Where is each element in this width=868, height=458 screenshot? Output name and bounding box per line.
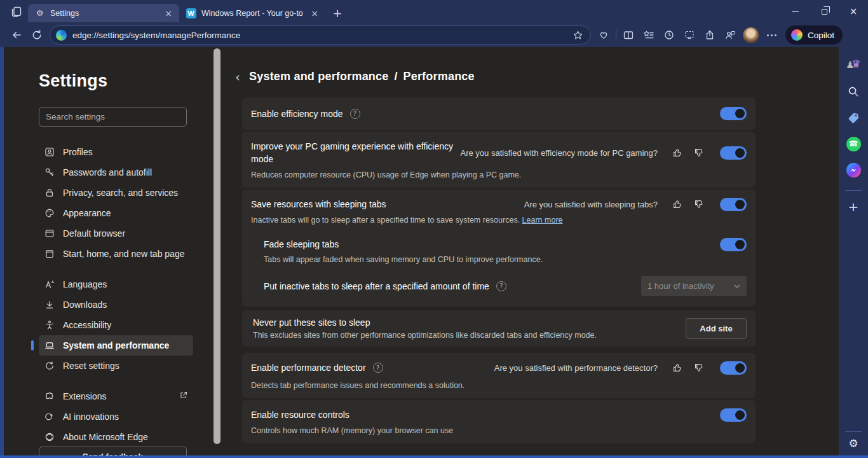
settings-gear-favicon: ⚙ [34, 8, 45, 18]
setting-subtitle: Reduces computer resource (CPU) usage of… [251, 170, 747, 179]
sidebar-item-languages[interactable]: Languages [39, 274, 193, 295]
settings-nav: Profiles Passwords and autofill Privacy,… [39, 142, 193, 447]
setting-title: Enable performance detector [251, 363, 366, 373]
messenger-button[interactable] [844, 160, 863, 179]
sidebar-item-about-edge[interactable]: About Microsoft Edge [39, 427, 193, 447]
setting-title: Save resources with sleeping tabs [251, 199, 386, 209]
fade-sleeping-tabs-toggle[interactable] [720, 238, 747, 251]
setting-subtitle: Controls how much RAM (memory) your brow… [251, 426, 747, 435]
minimize-icon [792, 11, 799, 12]
search-settings-input[interactable] [39, 107, 187, 127]
gaming-efficiency-toggle[interactable] [720, 146, 747, 160]
games-chess-button[interactable]: ♟ ♛ [844, 56, 863, 75]
favorite-this-page-button[interactable] [569, 25, 587, 45]
edge-site-icon [56, 30, 67, 41]
restore-button[interactable] [810, 0, 839, 23]
setting-title: Enable efficiency mode [251, 109, 343, 119]
windows-report-favicon: W [186, 8, 196, 18]
customize-sidebar-button[interactable]: + [844, 197, 863, 216]
tab-close-icon[interactable]: × [309, 8, 320, 19]
sleeping-tabs-toggle[interactable] [720, 198, 747, 211]
refresh-button[interactable] [27, 25, 47, 45]
address-bar[interactable]: edge://settings/system/managePerformance [50, 25, 591, 45]
efficiency-mode-toggle[interactable] [720, 107, 747, 120]
sidebar-item-privacy[interactable]: Privacy, search, and services [39, 183, 193, 203]
setting-title: Put inactive tabs to sleep after a speci… [264, 281, 489, 291]
tab-settings[interactable]: ⚙ Settings × [28, 4, 179, 22]
sidebar-item-default-browser[interactable]: Default browser [39, 223, 193, 244]
breadcrumb-current: Performance [403, 70, 475, 83]
palette-icon [44, 208, 55, 219]
history-button[interactable] [659, 25, 679, 45]
split-screen-icon [623, 29, 634, 41]
shopping-button[interactable] [844, 108, 863, 127]
sidebar-item-passwords[interactable]: Passwords and autofill [39, 162, 193, 183]
split-screen-button[interactable] [618, 25, 639, 45]
favorites-button[interactable] [639, 25, 659, 45]
thumbs-up-icon[interactable] [672, 199, 682, 209]
sidebar-item-start-home[interactable]: Start, home, and new tab page [39, 244, 193, 264]
setting-title: Enable resource controls [251, 410, 349, 420]
search-icon [847, 85, 860, 98]
sidebar-divider [845, 431, 862, 432]
sidebar-item-accessibility[interactable]: Accessibility [39, 315, 193, 335]
minimize-button[interactable] [780, 0, 810, 23]
url-text[interactable]: edge://settings/system/managePerformance [72, 31, 569, 40]
thumbs-down-icon[interactable] [694, 363, 704, 373]
refresh-icon [31, 29, 43, 41]
browser-chrome: ⚙ Settings × W Windows Report - Your go-… [0, 0, 868, 47]
sidebar-settings-button[interactable]: ⚙ [848, 438, 858, 449]
feedback-button[interactable] [720, 25, 740, 45]
window-controls: × [780, 0, 868, 23]
settings-scrollbar[interactable] [214, 48, 220, 444]
resource-controls-toggle[interactable] [720, 408, 747, 422]
sidebar-item-profiles[interactable]: Profiles [39, 142, 193, 162]
card-resource-controls: Enable resource controls Controls how mu… [242, 400, 756, 443]
help-icon[interactable]: ? [350, 109, 360, 119]
tab-windows-report[interactable]: W Windows Report - Your go-to sou × [179, 4, 325, 22]
sidebar-item-ai-innovations[interactable]: AI innovations [39, 406, 193, 427]
settings-content: ‹ System and performance / Performance E… [214, 47, 839, 458]
sidebar-item-appearance[interactable]: Appearance [39, 203, 193, 223]
settings-and-more-button[interactable] [761, 25, 782, 45]
thumbs-up-icon[interactable] [672, 148, 682, 158]
sidebar-search-button[interactable] [844, 82, 863, 101]
settings-title: Settings [39, 71, 214, 91]
whatsapp-button[interactable]: ☎ [844, 134, 863, 153]
performance-detector-toggle[interactable] [720, 361, 747, 375]
favorites-icon [643, 29, 654, 41]
workspaces-button[interactable] [5, 3, 28, 20]
sidebar-item-downloads[interactable]: Downloads [39, 295, 193, 315]
ellipsis-icon [767, 34, 776, 36]
breadcrumb-parent[interactable]: System and performance [249, 70, 388, 83]
learn-more-link[interactable]: Learn more [522, 216, 563, 225]
breadcrumb-back-icon[interactable]: ‹ [235, 71, 249, 83]
new-tab-page-icon [44, 249, 55, 260]
share-button[interactable] [700, 25, 720, 45]
share-icon [704, 29, 715, 41]
close-button[interactable]: × [839, 0, 868, 23]
thumbs-up-icon[interactable] [672, 363, 682, 373]
thumbs-down-icon[interactable] [694, 148, 704, 158]
sidebar-item-system-performance[interactable]: System and performance [39, 335, 193, 356]
web-capture-button[interactable] [679, 25, 700, 45]
help-icon[interactable]: ? [496, 281, 506, 291]
profile-avatar[interactable] [743, 27, 759, 43]
thumbs-down-icon[interactable] [694, 199, 704, 209]
add-site-button[interactable]: Add site [686, 318, 747, 339]
copilot-button[interactable]: Copilot [785, 25, 843, 45]
setting-title: Never put these sites to sleep [253, 317, 597, 328]
card-sleeping-tabs: Save resources with sleeping tabs Are yo… [242, 190, 756, 307]
sleep-timer-value: 1 hour of inactivity [648, 281, 714, 291]
sidebar-item-extensions[interactable]: Extensions [39, 386, 193, 406]
feedback-question: Are you satisfied with performance detec… [494, 363, 658, 373]
sidebar-item-reset-settings[interactable]: Reset settings [39, 356, 193, 376]
sleep-timer-dropdown[interactable]: 1 hour of inactivity [641, 276, 747, 296]
download-icon [44, 300, 55, 310]
tab-close-icon[interactable]: × [163, 8, 174, 19]
history-icon [663, 29, 675, 41]
new-tab-button[interactable]: + [329, 4, 346, 21]
help-icon[interactable]: ? [373, 363, 383, 373]
browser-essentials-button[interactable] [593, 25, 614, 45]
back-button[interactable] [6, 25, 27, 45]
